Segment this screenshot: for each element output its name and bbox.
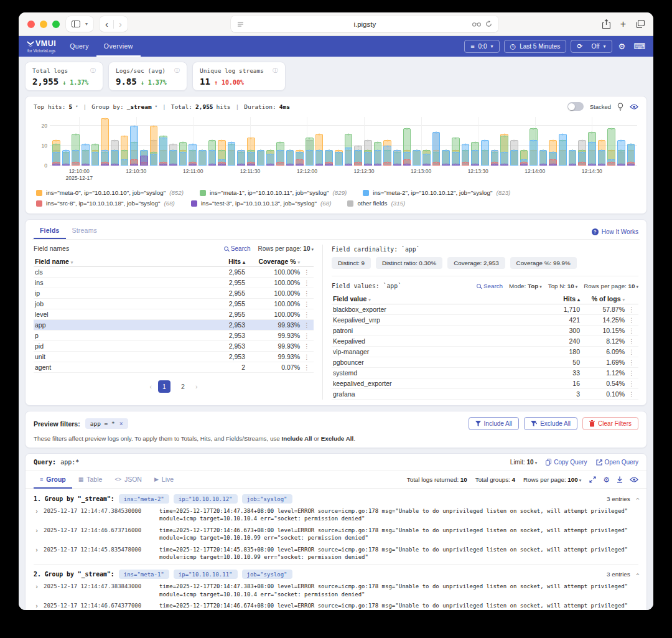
- open-query-button[interactable]: Open Query: [596, 459, 638, 466]
- row-menu-icon[interactable]: ⋮: [300, 354, 314, 360]
- hits-chart[interactable]: 01020: [50, 117, 637, 166]
- col-hits[interactable]: Hits▴: [541, 295, 580, 303]
- close-icon[interactable]: ×: [119, 420, 123, 427]
- legend-item[interactable]: ins="src-8", ip="10.10.10.18", job="sysl…: [36, 200, 175, 207]
- settings-button[interactable]: ⚙: [617, 42, 628, 51]
- exclude-all-button[interactable]: Exclude All: [524, 417, 577, 430]
- chart-bucket[interactable]: [549, 117, 557, 166]
- view-tab-json[interactable]: <>JSON: [108, 471, 148, 489]
- stacked-toggle[interactable]: [567, 102, 584, 111]
- chevron-down-icon[interactable]: ▾: [75, 104, 78, 109]
- field-row[interactable]: unit2,95399.93%⋮: [34, 352, 314, 362]
- chart-bucket[interactable]: [520, 117, 528, 166]
- chart-bucket[interactable]: [101, 117, 109, 166]
- view-tab-table[interactable]: ▦Table: [72, 471, 109, 489]
- chart-bucket[interactable]: [130, 117, 138, 166]
- stream-chip[interactable]: ins="meta-2": [119, 494, 169, 504]
- stream-chip[interactable]: ip="10.10.10.12": [174, 494, 238, 504]
- minimize-window-button[interactable]: [40, 21, 47, 28]
- field-search-button[interactable]: Search: [224, 245, 251, 252]
- value-row[interactable]: patroni30010.15%⋮: [332, 326, 638, 336]
- group-by-select[interactable]: _stream: [127, 103, 152, 110]
- expand-icon[interactable]: [589, 476, 596, 483]
- chart-bucket[interactable]: [432, 117, 441, 166]
- chart-bucket[interactable]: [335, 117, 343, 166]
- chart-bucket[interactable]: [413, 117, 421, 166]
- row-menu-icon[interactable]: ⋮: [625, 306, 638, 313]
- log-entry[interactable]: ›2025-12-17 12:14:47.384530000time=2025-…: [34, 507, 638, 523]
- address-bar[interactable]: i.pigsty: [231, 16, 498, 32]
- stream-chip[interactable]: ins="meta-1": [119, 570, 169, 579]
- header-tab-overview[interactable]: Overview: [96, 36, 141, 57]
- info-icon[interactable]: ⓘ: [273, 67, 278, 75]
- chart-bucket[interactable]: [257, 117, 265, 166]
- expand-entry-icon[interactable]: ›: [34, 527, 44, 542]
- chart-bucket[interactable]: [198, 117, 207, 166]
- row-menu-icon[interactable]: ⋮: [625, 338, 638, 345]
- field-row[interactable]: ip2,955100.00%⋮: [34, 288, 314, 299]
- shortcuts-button[interactable]: ⌨: [632, 42, 647, 51]
- limit-select[interactable]: Limit: 10▾: [510, 459, 537, 466]
- how-it-works-link[interactable]: ?How It Works: [592, 228, 638, 235]
- tab-streams[interactable]: Streams: [66, 224, 104, 239]
- stream-chip[interactable]: ip="10.10.10.11": [174, 570, 238, 579]
- chart-bucket[interactable]: [569, 117, 577, 166]
- tab-fields[interactable]: Fields: [34, 224, 66, 239]
- legend-item[interactable]: ins="meta-2", ip="10.10.10.12", job="sys…: [363, 189, 510, 196]
- col-field-value[interactable]: Field value▾: [332, 295, 541, 303]
- time-range-button[interactable]: ◷ Last 5 Minutes: [504, 40, 567, 53]
- pager-prev[interactable]: ‹: [150, 383, 152, 390]
- col-pct-logs[interactable]: % of logs▾: [580, 295, 625, 303]
- chart-bucket[interactable]: [627, 117, 635, 166]
- legend-item[interactable]: ins="meta-0", ip="10.10.10.10", job="sys…: [36, 189, 184, 196]
- row-menu-icon[interactable]: ⋮: [300, 301, 314, 307]
- chart-bucket[interactable]: [403, 117, 411, 166]
- chart-bucket[interactable]: [82, 117, 90, 166]
- chart-bucket[interactable]: [325, 117, 333, 166]
- chart-bucket[interactable]: [588, 117, 596, 166]
- view-tab-live[interactable]: ▶Live: [148, 471, 180, 489]
- chart-bucket[interactable]: [539, 117, 548, 166]
- tab-overview-icon[interactable]: [636, 20, 645, 28]
- chart-bucket[interactable]: [121, 117, 129, 166]
- value-row[interactable]: Keepalived2408.12%⋮: [332, 336, 638, 347]
- col-hits[interactable]: Hits▴: [207, 258, 245, 265]
- chart-bucket[interactable]: [530, 117, 538, 166]
- stream-chip[interactable]: job="syslog": [242, 570, 292, 579]
- chart-bucket[interactable]: [422, 117, 431, 166]
- log-entry[interactable]: ›2025-12-17 12:14:45.835478000time=2025-…: [34, 546, 638, 561]
- col-coverage[interactable]: Coverage %▾: [245, 258, 300, 265]
- eye-icon[interactable]: [630, 477, 638, 482]
- top-hits-select[interactable]: 5: [68, 103, 72, 110]
- legend-item[interactable]: ins="test-3", ip="10.10.10.13", job="sys…: [191, 200, 332, 207]
- legend-item[interactable]: ins="meta-1", ip="10.10.10.11", job="sys…: [200, 189, 347, 196]
- field-row[interactable]: job2,955100.00%⋮: [34, 299, 314, 309]
- field-row[interactable]: cls2,955100.00%⋮: [34, 267, 314, 278]
- chart-bucket[interactable]: [393, 117, 401, 166]
- field-row[interactable]: pid2,95399.93%⋮: [34, 341, 314, 352]
- chart-bucket[interactable]: [169, 117, 177, 166]
- stream-chip[interactable]: job="syslog": [242, 494, 292, 504]
- chart-bucket[interactable]: [228, 117, 236, 166]
- row-menu-icon[interactable]: ⋮: [300, 332, 314, 339]
- info-icon[interactable]: ⓘ: [90, 67, 96, 75]
- chart-bucket[interactable]: [383, 117, 391, 166]
- topn-select[interactable]: Top N: 10▾: [548, 283, 577, 289]
- chart-bucket[interactable]: [208, 117, 217, 166]
- view-tab-group[interactable]: ≡Group: [34, 471, 72, 489]
- row-menu-icon[interactable]: ⋮: [300, 290, 314, 297]
- chart-bucket[interactable]: [296, 117, 304, 166]
- new-tab-button[interactable]: +: [620, 19, 626, 29]
- value-row[interactable]: blackbox_exporter1,71057.87%⋮: [332, 304, 638, 315]
- chevron-down-icon[interactable]: ▾: [155, 104, 157, 109]
- chart-bucket[interactable]: [150, 117, 158, 166]
- expand-entry-icon[interactable]: ›: [34, 602, 44, 610]
- chart-bucket[interactable]: [559, 117, 567, 166]
- log-entry[interactable]: ›2025-12-17 12:14:46.674377000time=2025-…: [34, 602, 638, 610]
- row-menu-icon[interactable]: ⋮: [625, 391, 638, 398]
- values-rows-per-page-select[interactable]: Rows per page: 10▾: [584, 283, 638, 289]
- back-button[interactable]: ‹: [105, 19, 108, 29]
- chart-bucket[interactable]: [452, 117, 460, 166]
- chart-bucket[interactable]: [159, 117, 167, 166]
- rows-per-page-select[interactable]: Rows per page: 10▾: [258, 245, 314, 252]
